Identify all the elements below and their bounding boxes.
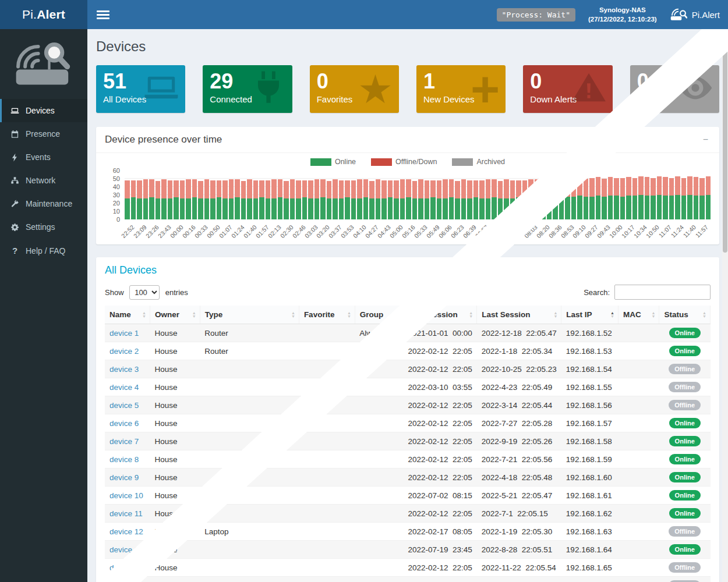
device-row: device 4House2022-03-10 03:552022-4-23 2… <box>105 378 711 396</box>
y-tick-label: 40 <box>113 183 120 190</box>
sidebar-item-devices[interactable]: Devices <box>0 99 87 122</box>
sidebar-item-presence[interactable]: Presence <box>0 122 87 146</box>
presence-bar <box>589 178 595 219</box>
device-link[interactable]: device 1 <box>109 329 139 338</box>
cell-group <box>355 577 403 582</box>
cell-name: device 5 <box>105 396 150 414</box>
device-link[interactable]: device 9 <box>109 473 139 482</box>
cell-last-ip: 192.168.1.64 <box>561 541 619 559</box>
cell-last-ip: 192.168.1.62 <box>561 505 619 523</box>
device-link[interactable]: device 2 <box>109 347 139 356</box>
legend-archived[interactable]: Archived <box>452 158 505 166</box>
column-header-status[interactable]: Status▲▼ <box>659 306 711 324</box>
column-header-favorite[interactable]: Favorite▲▼ <box>299 306 355 324</box>
network-icon <box>10 176 20 185</box>
cell-name: device 2 <box>105 342 150 360</box>
scrollbar[interactable] <box>722 29 728 582</box>
device-link[interactable]: device 6 <box>109 419 139 428</box>
calendar-icon <box>10 130 20 139</box>
stat-card-connected[interactable]: 29Connected <box>203 65 292 113</box>
presence-bar <box>143 179 149 219</box>
cell-group <box>355 450 403 469</box>
column-header-mac[interactable]: MAC▲▼ <box>618 306 659 324</box>
sidebar-item-network[interactable]: Network <box>0 169 87 192</box>
presence-bar <box>449 179 454 219</box>
sort-icon: ▲▼ <box>469 311 473 318</box>
sidebar-item-maintenance[interactable]: Maintenance <box>0 192 87 215</box>
device-link[interactable]: device 7 <box>109 437 139 446</box>
presence-bar <box>278 179 283 219</box>
column-label: Status <box>664 310 688 319</box>
cell-type <box>200 450 299 469</box>
device-link[interactable]: device 8 <box>109 455 139 464</box>
column-header-type[interactable]: Type▲▼ <box>200 306 299 324</box>
presence-bar <box>381 180 387 219</box>
cell-type <box>200 505 299 523</box>
cell-type <box>200 487 299 505</box>
device-link[interactable]: device 14 <box>109 563 143 572</box>
collapse-icon[interactable]: − <box>701 134 711 145</box>
column-header-first-session[interactable]: First Session▲▼ <box>403 306 476 324</box>
cell-status: Offline <box>659 577 711 582</box>
legend-online[interactable]: Online <box>310 158 356 166</box>
sidebar-toggle-icon[interactable] <box>97 9 109 21</box>
device-row: device 14House2022-02-12 22:052022-11-22… <box>105 559 711 577</box>
legend-offline-down[interactable]: Offline/Down <box>371 158 437 166</box>
sort-icon: ▲▼ <box>142 311 146 318</box>
page-length-select[interactable]: 100 <box>129 285 160 300</box>
device-row: device 3House2022-02-12 22:052022-10-25 … <box>105 360 711 378</box>
column-header-last-ip[interactable]: Last IP▲▼ <box>561 306 619 324</box>
stat-card-down-alerts[interactable]: 0Down Alerts <box>523 65 612 113</box>
sidebar-item-events[interactable]: Events <box>0 146 87 169</box>
cell-last-ip: 192.168.1.57 <box>561 414 619 432</box>
cell-status: Online <box>659 432 711 450</box>
stat-card-new-devices[interactable]: 1New Devices+ <box>416 65 506 113</box>
device-link[interactable]: device 3 <box>109 365 139 374</box>
sidebar-item-help-faq[interactable]: ?Help / FAQ <box>0 239 87 262</box>
cell-owner: House <box>150 559 200 577</box>
device-link[interactable]: device 5 <box>109 401 139 410</box>
presence-bar <box>425 180 430 219</box>
device-link[interactable]: device 10 <box>109 491 143 500</box>
legend-swatch <box>452 158 473 166</box>
cell-mac <box>618 450 659 469</box>
column-header-owner[interactable]: Owner▲▼ <box>150 306 200 324</box>
x-tick-label: 11:57 <box>698 221 711 241</box>
presence-bar <box>229 179 234 219</box>
nav-app-brand[interactable]: Pi.Alert <box>670 8 720 22</box>
cell-first-session: 2022-02-12 22:05 <box>403 559 476 577</box>
search-input[interactable] <box>614 285 711 300</box>
cell-name: device 3 <box>105 360 150 378</box>
presence-bar <box>559 179 564 219</box>
cell-type: Router <box>200 324 299 342</box>
presence-bar <box>455 181 460 219</box>
sidebar-item-settings[interactable]: Settings <box>0 215 87 239</box>
column-header-last-session[interactable]: Last Session▲▼ <box>477 306 561 324</box>
presence-bar <box>694 177 699 219</box>
column-header-group[interactable]: Group▲▼ <box>355 306 403 324</box>
presence-bar <box>504 179 509 219</box>
device-link[interactable]: device 13 <box>109 545 143 554</box>
status-badge: Online <box>669 418 701 428</box>
cell-mac <box>618 577 659 582</box>
presence-bar <box>302 180 308 219</box>
cell-group <box>355 505 403 523</box>
cell-owner: House <box>150 324 200 342</box>
stat-card-favorites[interactable]: 0Favorites★ <box>310 65 399 113</box>
device-link[interactable]: device 4 <box>109 383 139 392</box>
sidebar-item-label: Help / FAQ <box>26 246 65 255</box>
scrollbar-thumb[interactable] <box>723 33 727 253</box>
device-link[interactable]: device 12 <box>109 527 143 536</box>
column-header-name[interactable]: Name▲▼ <box>105 306 150 324</box>
cell-mac <box>618 342 659 360</box>
app-logo[interactable]: Pi.Alert <box>0 0 87 29</box>
cell-type <box>200 414 299 432</box>
sort-icon: ▲▼ <box>702 311 706 318</box>
device-link[interactable]: device 11 <box>109 509 143 518</box>
cell-first-session: 2022-02-12 22:05 <box>403 342 476 360</box>
presence-bar <box>528 179 533 219</box>
warning-icon <box>571 70 607 108</box>
stat-card-archived[interactable]: 0Archived <box>630 65 719 113</box>
cell-type <box>200 559 299 577</box>
stat-card-all-devices[interactable]: 51All Devices <box>96 65 185 113</box>
